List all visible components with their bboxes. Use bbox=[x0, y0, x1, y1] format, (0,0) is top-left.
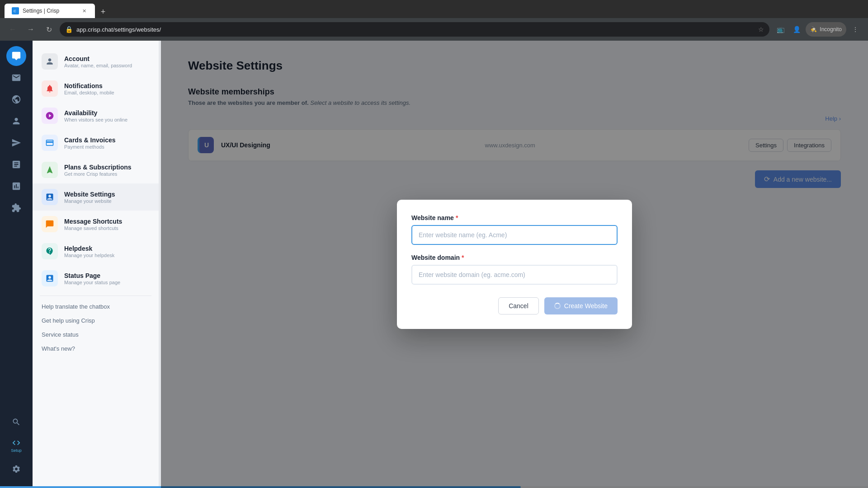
reload-button[interactable]: ↻ bbox=[42, 22, 56, 37]
shortcuts-icon bbox=[42, 216, 58, 232]
account-text: Account Avatar, name, email, password bbox=[64, 55, 132, 68]
notifications-sub: Email, desktop, mobile bbox=[64, 90, 114, 95]
tab-favicon: C bbox=[12, 7, 19, 14]
availability-sub: When visitors see you online bbox=[64, 117, 127, 122]
availability-title: Availability bbox=[64, 109, 127, 117]
address-text: app.crisp.chat/settings/websites/ bbox=[76, 26, 755, 33]
settings-sidebar: Account Avatar, name, email, password No… bbox=[33, 41, 159, 488]
website-name-label: Website name * bbox=[411, 214, 618, 221]
plans-sub: Get more Crisp features bbox=[64, 171, 132, 177]
sidebar-item-website[interactable]: Website Settings Manage your website bbox=[33, 183, 159, 211]
plans-icon bbox=[42, 162, 58, 178]
availability-icon bbox=[42, 108, 58, 124]
shortcuts-text: Message Shortcuts Manage saved shortcuts bbox=[64, 218, 122, 231]
sidebar-item-plans[interactable]: Plans & Subscriptions Get more Crisp fea… bbox=[33, 156, 159, 183]
profile-icon[interactable]: 👤 bbox=[789, 22, 804, 37]
sidebar-item-shortcuts[interactable]: Message Shortcuts Manage saved shortcuts bbox=[33, 211, 159, 238]
status-sub: Manage your status page bbox=[64, 280, 120, 285]
address-bar[interactable]: 🔒 app.crisp.chat/settings/websites/ ☆ bbox=[60, 22, 769, 37]
website-domain-field: Website domain * bbox=[411, 254, 618, 285]
website-name-required: * bbox=[456, 214, 458, 221]
website-icon bbox=[42, 189, 58, 205]
status-text: Status Page Manage your status page bbox=[64, 272, 120, 285]
helpdesk-text: Helpdesk Manage your helpdesk bbox=[64, 245, 114, 258]
sidebar-link-translate[interactable]: Help translate the chatbox bbox=[33, 300, 159, 314]
create-website-label: Create Website bbox=[564, 302, 608, 310]
sidebar-item-notifications[interactable]: Notifications Email, desktop, mobile bbox=[33, 75, 159, 102]
lock-icon: 🔒 bbox=[65, 26, 73, 33]
cast-icon[interactable]: 📺 bbox=[773, 22, 788, 37]
rail-settings-icon[interactable] bbox=[6, 459, 26, 479]
website-domain-input[interactable] bbox=[411, 265, 618, 285]
rail-plugins-icon[interactable] bbox=[6, 198, 26, 218]
cards-text: Cards & Invoices Payment methods bbox=[64, 136, 116, 150]
cards-icon bbox=[42, 135, 58, 151]
incognito-icon: 🕵 bbox=[810, 26, 817, 33]
cards-sub: Payment methods bbox=[64, 144, 116, 150]
icon-rail: Setup bbox=[0, 41, 33, 488]
forward-button[interactable]: → bbox=[24, 22, 38, 37]
sidebar-item-cards[interactable]: Cards & Invoices Payment methods bbox=[33, 129, 159, 156]
account-icon bbox=[42, 53, 58, 70]
website-text: Website Settings Manage your website bbox=[64, 191, 115, 204]
create-website-button[interactable]: Create Website bbox=[544, 297, 618, 314]
menu-button[interactable]: ⋮ bbox=[848, 22, 863, 37]
back-button[interactable]: ← bbox=[5, 22, 20, 37]
tab-close-button[interactable]: ✕ bbox=[80, 7, 88, 14]
notifications-icon bbox=[42, 80, 58, 97]
sidebar-item-status[interactable]: Status Page Manage your status page bbox=[33, 265, 159, 292]
setup-label: Setup bbox=[11, 448, 22, 453]
rail-contacts-icon[interactable] bbox=[6, 111, 26, 131]
plans-text: Plans & Subscriptions Get more Crisp fea… bbox=[64, 164, 132, 177]
active-tab[interactable]: C Settings | Crisp ✕ bbox=[5, 4, 95, 18]
rail-analytics-icon[interactable] bbox=[6, 176, 26, 196]
sidebar-item-availability[interactable]: Availability When visitors see you onlin… bbox=[33, 102, 159, 129]
loading-spinner bbox=[554, 303, 561, 309]
sidebar-item-account[interactable]: Account Avatar, name, email, password bbox=[33, 48, 159, 75]
notifications-title: Notifications bbox=[64, 82, 114, 89]
cards-title: Cards & Invoices bbox=[64, 136, 116, 144]
website-domain-label-text: Website domain bbox=[411, 254, 460, 261]
bookmark-star-icon[interactable]: ☆ bbox=[758, 26, 764, 33]
rail-search-icon[interactable] bbox=[6, 412, 26, 432]
helpdesk-sub: Manage your helpdesk bbox=[64, 253, 114, 258]
main-content: Website Settings Website memberships Tho… bbox=[161, 41, 868, 488]
rail-inbox-icon[interactable] bbox=[6, 68, 26, 88]
sidebar-link-new[interactable]: What's new? bbox=[33, 342, 159, 356]
plans-title: Plans & Subscriptions bbox=[64, 164, 132, 171]
tab-title: Settings | Crisp bbox=[23, 8, 77, 14]
shortcuts-title: Message Shortcuts bbox=[64, 218, 122, 225]
shortcuts-sub: Manage saved shortcuts bbox=[64, 225, 122, 231]
rail-send-icon[interactable] bbox=[6, 133, 26, 153]
rail-setup-icon[interactable]: Setup bbox=[6, 436, 26, 455]
browser-tabs: C Settings | Crisp ✕ + bbox=[0, 0, 868, 18]
browser-nav: ← → ↻ 🔒 app.crisp.chat/settings/websites… bbox=[0, 18, 868, 41]
svg-text:C: C bbox=[14, 9, 16, 13]
website-sub: Manage your website bbox=[64, 198, 115, 204]
helpdesk-icon bbox=[42, 243, 58, 259]
modal-actions: Cancel Create Website bbox=[411, 297, 618, 314]
status-title: Status Page bbox=[64, 272, 120, 279]
rail-notes-icon[interactable] bbox=[6, 155, 26, 174]
nav-actions: 📺 👤 🕵 Incognito ⋮ bbox=[773, 22, 863, 37]
add-website-modal: Website name * Website domain * Cancel bbox=[397, 200, 632, 329]
rail-globe-icon[interactable] bbox=[6, 89, 26, 109]
cancel-button[interactable]: Cancel bbox=[498, 297, 539, 314]
website-domain-required: * bbox=[462, 254, 464, 261]
account-sub: Avatar, name, email, password bbox=[64, 63, 132, 68]
rail-chat-icon[interactable] bbox=[6, 46, 26, 66]
sidebar-link-status[interactable]: Service status bbox=[33, 328, 159, 342]
account-title: Account bbox=[64, 55, 132, 62]
website-domain-label: Website domain * bbox=[411, 254, 618, 261]
rail-bottom: Setup bbox=[6, 412, 26, 483]
website-name-field: Website name * bbox=[411, 214, 618, 245]
helpdesk-title: Helpdesk bbox=[64, 245, 114, 252]
incognito-button[interactable]: 🕵 Incognito bbox=[806, 22, 846, 37]
modal-overlay: Website name * Website domain * Cancel bbox=[161, 41, 868, 488]
new-tab-button[interactable]: + bbox=[97, 5, 109, 18]
sidebar-item-helpdesk[interactable]: Helpdesk Manage your helpdesk bbox=[33, 238, 159, 265]
website-name-input[interactable] bbox=[411, 225, 618, 245]
sidebar-link-help[interactable]: Get help using Crisp bbox=[33, 314, 159, 328]
availability-text: Availability When visitors see you onlin… bbox=[64, 109, 127, 122]
browser-chrome: C Settings | Crisp ✕ + ← → ↻ 🔒 app.crisp… bbox=[0, 0, 868, 41]
